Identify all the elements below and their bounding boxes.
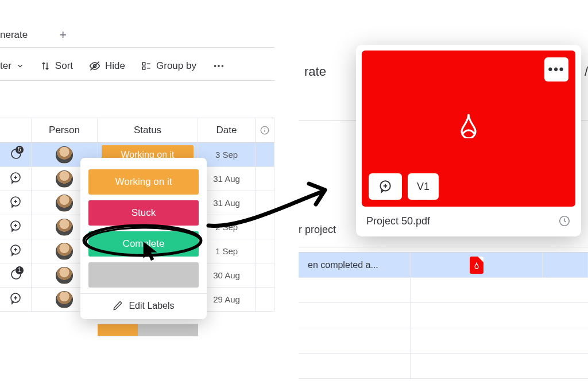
unread-badge: 1 (16, 266, 24, 274)
top-tabs: nerate + (0, 29, 67, 41)
pdf-file-icon (470, 257, 483, 274)
item-name-cell[interactable]: en completed a... (304, 253, 411, 277)
status-option-complete[interactable]: Complete (88, 231, 199, 257)
progress-segment-working (98, 324, 138, 336)
status-option-stuck[interactable]: Stuck (88, 200, 199, 226)
date-cell[interactable]: 3 Sep (198, 143, 256, 166)
sort-label: Sort (55, 60, 73, 72)
avatar (56, 195, 73, 212)
conversation-cell[interactable] (0, 191, 32, 215)
edit-labels-text: Edit Labels (129, 301, 174, 311)
hide-label: Hide (105, 60, 125, 72)
date-cell[interactable]: 31 Aug (198, 191, 256, 215)
conversation-cell[interactable] (0, 167, 32, 191)
conversation-cell[interactable] (0, 215, 32, 239)
more-horizontal-icon (212, 60, 225, 72)
file-cell[interactable] (411, 253, 543, 277)
conversation-cell[interactable]: 1 (0, 263, 32, 287)
group-label: Group by (156, 60, 196, 72)
header-person[interactable]: Person (32, 118, 98, 142)
chat-icon: 1 (9, 267, 22, 284)
pencil-icon (113, 301, 123, 311)
date-cell[interactable]: 30 Aug (198, 263, 256, 287)
svg-rect-3 (142, 67, 145, 70)
header-status[interactable]: Status (98, 118, 198, 142)
header-date[interactable]: Date (198, 118, 256, 142)
table-row[interactable] (299, 354, 588, 379)
file-meta-row: Project 50.pdf (362, 207, 575, 227)
add-chat-icon (9, 219, 22, 235)
divider (299, 247, 588, 253)
add-chat-icon (378, 179, 393, 194)
table-row[interactable]: en completed a... (299, 253, 588, 278)
table-row[interactable] (299, 303, 588, 328)
more-options-button[interactable] (212, 60, 225, 72)
files-table: en completed a... (299, 247, 588, 379)
avatar (56, 267, 73, 284)
hide-button[interactable]: Hide (89, 60, 125, 72)
add-chat-icon (9, 243, 22, 259)
table-row[interactable] (299, 328, 588, 354)
add-chat-icon (9, 292, 22, 308)
status-option-blank[interactable] (88, 262, 199, 288)
hide-icon (89, 60, 100, 72)
conversation-cell[interactable] (0, 239, 32, 263)
svg-point-7 (218, 65, 220, 67)
progress-segment-blank (138, 324, 198, 336)
file-name: Project 50.pdf (366, 215, 430, 227)
date-cell[interactable]: 29 Aug (198, 288, 256, 311)
avatar (56, 146, 73, 164)
file-more-button[interactable]: ••• (544, 57, 568, 81)
avatar (56, 291, 73, 308)
svg-rect-2 (142, 63, 145, 65)
file-preview-card: ••• V1 Project 50.pdf (356, 45, 581, 236)
sort-button[interactable]: Sort (40, 60, 73, 72)
add-chat-icon (9, 171, 22, 187)
avatar (56, 170, 73, 188)
file-action-row: V1 (369, 173, 439, 200)
group-icon (141, 61, 152, 71)
header-info[interactable] (256, 118, 274, 142)
text-fragment-project: r project (299, 224, 336, 236)
status-dropdown: Working on it Stuck Complete Edit Labels (80, 158, 207, 319)
svg-point-11 (264, 128, 265, 129)
filter-label: ter (0, 60, 11, 72)
conversation-cell[interactable]: 5 (0, 143, 32, 166)
sort-icon (40, 61, 51, 71)
svg-point-6 (214, 65, 216, 67)
filter-button[interactable]: ter (0, 60, 24, 72)
info-icon (260, 125, 270, 135)
divider (0, 80, 274, 81)
clock-icon[interactable] (558, 215, 571, 227)
chat-icon: 5 (9, 147, 22, 163)
pdf-icon (455, 111, 482, 141)
unread-badge: 5 (16, 146, 24, 154)
group-by-button[interactable]: Group by (141, 60, 196, 72)
right-panel: rate e / r project ••• V1 Project 50.pdf (299, 0, 588, 392)
left-panel: nerate + ter Sort Hide Group by (0, 0, 274, 350)
cell-blank (256, 143, 274, 166)
more-horizontal-icon: ••• (548, 62, 564, 77)
edit-labels-button[interactable]: Edit Labels (88, 294, 199, 311)
date-cell[interactable]: 2 Sep (198, 215, 256, 239)
avatar (56, 243, 73, 260)
tab-label[interactable]: nerate (0, 29, 28, 41)
view-toolbar: ter Sort Hide Group by (0, 60, 225, 72)
svg-point-8 (222, 65, 224, 67)
conversation-cell[interactable] (0, 288, 32, 311)
header-conversation (0, 118, 32, 142)
pdf-thumbnail[interactable]: ••• V1 (362, 51, 575, 207)
status-option-working[interactable]: Working on it (88, 169, 199, 195)
text-fragment-rate: rate (304, 64, 326, 79)
add-chat-icon (9, 195, 22, 211)
date-cell[interactable]: 31 Aug (198, 167, 256, 191)
status-summary-bar (98, 324, 198, 336)
add-tab-icon[interactable]: + (59, 29, 67, 41)
divider (0, 47, 274, 48)
version-label: V1 (417, 181, 430, 193)
file-version-button[interactable]: V1 (408, 173, 439, 200)
table-row[interactable] (299, 278, 588, 303)
date-cell[interactable]: 1 Sep (198, 239, 256, 263)
file-comment-button[interactable] (369, 173, 402, 200)
table-header: Person Status Date (0, 118, 274, 143)
